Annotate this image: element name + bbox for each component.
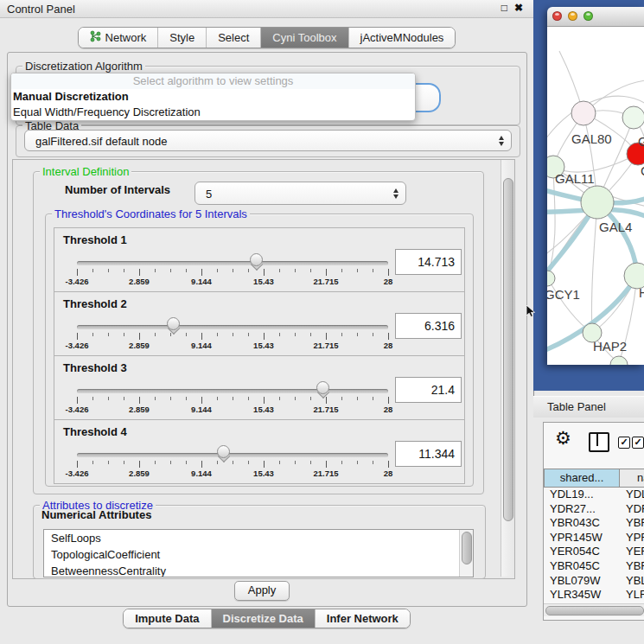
vertical-scrollbar[interactable] <box>501 160 514 577</box>
tick-mark <box>139 333 140 340</box>
algorithm-prompt-option[interactable]: Select algorithm to view settings <box>11 73 415 89</box>
table-rows: YDL19...YDL1YDR27...YDR2YBR043CYBR0YPR14… <box>544 488 644 603</box>
tick-mark <box>310 397 311 400</box>
network-edge[interactable] <box>547 277 592 333</box>
network-node[interactable] <box>547 271 555 286</box>
tick-mark <box>357 461 358 464</box>
tick-mark <box>279 333 280 336</box>
network-edge[interactable] <box>553 154 638 172</box>
tab-network[interactable]: Network <box>79 28 158 48</box>
table-row[interactable]: YER054CYER0 <box>544 545 644 559</box>
tick-label: -3.426 <box>51 405 103 414</box>
node-label: GAL80 <box>571 131 612 146</box>
threshold-panel: Threshold 4-3.4262.8599.14415.4321.71528… <box>54 419 465 484</box>
table-row[interactable]: YBL079WYBL0 <box>544 574 644 589</box>
tick-label: 15.43 <box>238 341 290 350</box>
scrollbar-thumb[interactable] <box>462 532 472 564</box>
network-canvas[interactable]: GAL80GACGAL11GAL4GCY1HHAP2 <box>547 27 644 365</box>
algorithm-option[interactable]: Manual Discretization <box>11 89 415 105</box>
scrollbar-thumb[interactable] <box>545 606 644 615</box>
tab-label: Infer Network <box>327 612 399 625</box>
tick-mark <box>264 397 265 404</box>
network-window-titlebar[interactable] <box>547 7 644 27</box>
attribute-list-item[interactable]: TopologicalCoefficient <box>44 546 473 563</box>
slider-track[interactable] <box>77 261 388 265</box>
scrollbar-thumb[interactable] <box>503 178 513 521</box>
tick-mark <box>201 397 202 404</box>
tab-discretize-data[interactable]: Discretize Data <box>211 609 315 628</box>
threshold-value-field[interactable]: 6.316 <box>395 313 462 339</box>
zoom-traffic-light-icon[interactable] <box>583 11 593 21</box>
numerical-attributes-label: Numerical Attributes <box>41 508 151 521</box>
node-label: GCY1 <box>547 287 580 302</box>
tick-mark <box>124 333 124 336</box>
slider-track[interactable] <box>77 325 388 329</box>
column-header[interactable]: shared... <box>544 469 620 488</box>
table-row[interactable]: YBR043CYBR0 <box>544 516 644 531</box>
table-row[interactable]: YBR045CYBR0 <box>544 559 644 574</box>
float-window-icon[interactable]: □ <box>501 2 507 14</box>
tab-jactivemnodules[interactable]: jActiveMNodules <box>348 28 456 48</box>
number-of-intervals-combo[interactable]: 5 <box>194 182 406 205</box>
tick-mark <box>295 269 296 272</box>
tick-mark <box>233 461 233 464</box>
gear-icon[interactable]: ⚙ <box>555 428 571 449</box>
tick-mark <box>341 397 342 400</box>
list-scrollbar[interactable] <box>459 530 473 577</box>
tick-mark <box>357 269 358 272</box>
tab-label: Cyni Toolbox <box>272 31 336 44</box>
tab-infer-network[interactable]: Infer Network <box>315 609 410 628</box>
table-data-combo-value: galFiltered.sif default node <box>35 134 167 147</box>
minimize-traffic-light-icon[interactable] <box>568 11 577 21</box>
threshold-value-field[interactable]: 11.344 <box>395 441 462 467</box>
column-header[interactable]: na <box>620 469 644 488</box>
network-edge[interactable] <box>591 202 597 333</box>
slider-thumb[interactable] <box>167 317 180 335</box>
threshold-value-field[interactable]: 21.4 <box>395 377 462 403</box>
slider-track[interactable] <box>77 453 388 457</box>
slider-thumb[interactable] <box>316 381 329 399</box>
tab-select[interactable]: Select <box>206 28 260 48</box>
tick-mark <box>201 461 202 468</box>
network-node[interactable] <box>622 106 644 129</box>
attribute-list-item[interactable]: SelfLoops <box>44 530 473 546</box>
attributes-list[interactable]: SelfLoopsTopologicalCoefficientBetweenne… <box>43 529 474 577</box>
checkbox-icon[interactable]: ✓ <box>618 437 630 449</box>
cell-name: YDR2 <box>620 502 644 517</box>
slider-track[interactable] <box>77 389 388 393</box>
screen: Control Panel □ ✖ NetworkStyleSelectCyni… <box>0 0 644 644</box>
table-row[interactable]: YDL19...YDL1 <box>544 488 644 502</box>
horizontal-scrollbar[interactable] <box>544 603 644 616</box>
cell-shared-name: YLR345W <box>544 588 620 603</box>
threshold-value-field[interactable]: 14.713 <box>395 249 462 275</box>
table-row[interactable]: YPR145WYPR1 <box>544 531 644 545</box>
table-data-combo[interactable]: galFiltered.sif default node <box>24 130 512 151</box>
slider-thumb[interactable] <box>217 445 230 463</box>
tick-mark <box>373 397 373 400</box>
tick-mark <box>217 269 218 272</box>
tick-mark <box>92 333 93 336</box>
checkbox-icon[interactable]: ✓ <box>632 437 644 449</box>
cell-shared-name: YDR27... <box>544 502 620 517</box>
table-row[interactable]: YLR345WYLR3 <box>544 588 644 603</box>
slider-thumb[interactable] <box>250 253 263 271</box>
table-header-row: shared...na <box>544 469 644 488</box>
tick-mark <box>124 461 124 464</box>
apply-button[interactable]: Apply <box>234 581 290 601</box>
algorithm-option[interactable]: Equal Width/Frequency Discretization <box>11 105 415 120</box>
attribute-list-item[interactable]: BetweennessCentrality <box>44 563 473 577</box>
tick-mark <box>124 397 124 400</box>
column-visibility-icon[interactable] <box>589 432 609 452</box>
network-node[interactable] <box>581 186 614 219</box>
close-icon[interactable]: ✖ <box>514 2 523 14</box>
network-node[interactable] <box>571 101 596 125</box>
tab-cyni-toolbox[interactable]: Cyni Toolbox <box>260 28 348 48</box>
close-traffic-light-icon[interactable] <box>552 11 562 21</box>
mouse-cursor <box>526 305 537 319</box>
tab-impute-data[interactable]: Impute Data <box>124 609 210 628</box>
tick-mark <box>295 461 296 464</box>
tab-style[interactable]: Style <box>157 28 206 48</box>
tick-mark <box>357 397 358 400</box>
tab-label: Style <box>169 31 194 44</box>
table-row[interactable]: YDR27...YDR2 <box>544 502 644 517</box>
